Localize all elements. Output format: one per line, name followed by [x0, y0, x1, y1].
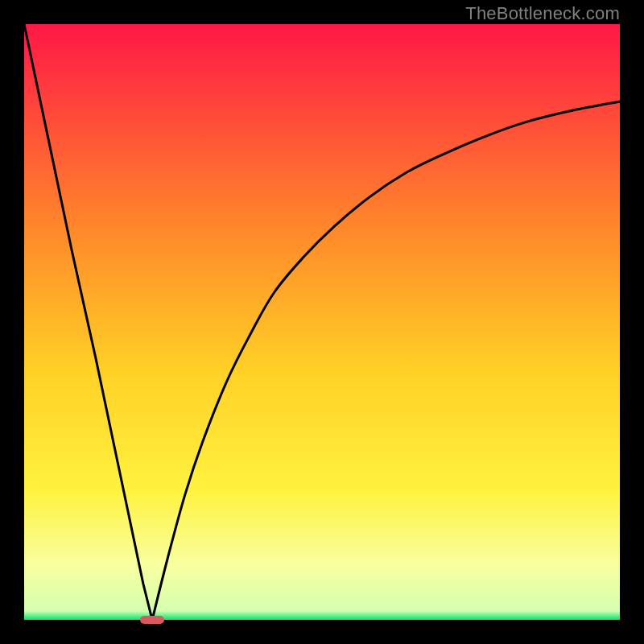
watermark-text: TheBottleneck.com: [465, 3, 620, 24]
bottleneck-curve: [24, 24, 620, 620]
plot-area: [24, 24, 620, 620]
chart-frame: TheBottleneck.com: [0, 0, 644, 644]
optimal-marker: [140, 616, 164, 624]
